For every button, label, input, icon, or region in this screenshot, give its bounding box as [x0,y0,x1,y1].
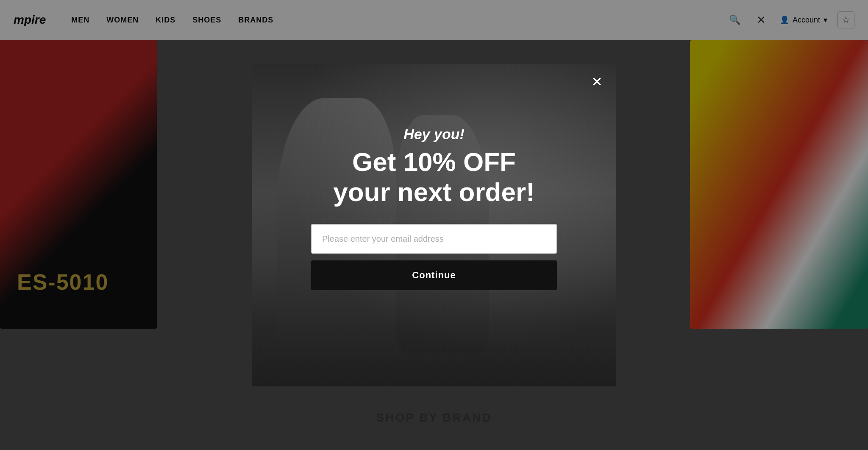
modal-title-line2: your next order! [333,177,534,207]
promo-modal: ✕ Hey you! Get 10% OFF your next order! … [252,64,616,386]
email-input[interactable] [311,224,557,254]
shop-by-brand-text: SHOP BY BRAND [376,411,492,425]
modal-subtitle: Hey you! [403,126,465,143]
modal-content-area: Hey you! Get 10% OFF your next order! Co… [252,64,616,386]
continue-button[interactable]: Continue [311,260,557,290]
modal-title-line1: Get 10% OFF [352,147,516,176]
modal-close-button[interactable]: ✕ [587,73,606,91]
modal-title: Get 10% OFF your next order! [333,147,534,207]
